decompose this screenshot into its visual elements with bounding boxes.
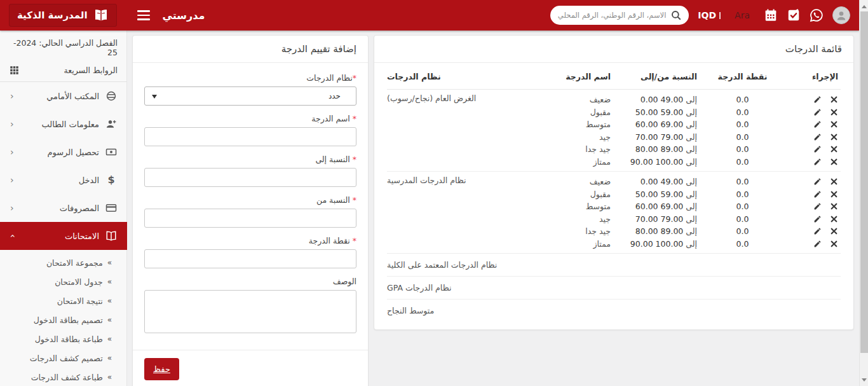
delete-icon[interactable] <box>830 202 838 210</box>
grade-range: إلى 0.00 49.00 <box>611 177 706 187</box>
grade-point: 0.0 <box>706 144 779 155</box>
sidebar-subitem[interactable]: « طباعة كشف الدرجات <box>0 368 127 386</box>
edit-icon[interactable] <box>813 215 822 223</box>
edit-icon[interactable] <box>813 133 822 141</box>
grade-point: 0.0 <box>706 226 779 237</box>
field-label: الوصف <box>144 277 356 286</box>
percent-from-input[interactable] <box>144 209 356 228</box>
sidebar-item[interactable]: المصروفات ‹ <box>0 194 127 222</box>
scroll-up-arrow[interactable] <box>860 1 868 11</box>
sidebar-item[interactable]: المكتب الأمامي ‹ <box>0 82 127 110</box>
sidebar-item-exams[interactable]: الامتحانات ‹ <box>0 222 127 250</box>
grade-point: 0.0 <box>706 177 779 187</box>
delete-icon[interactable] <box>830 133 838 141</box>
edit-icon[interactable] <box>813 190 822 198</box>
grade-name: ضعيف <box>560 95 611 105</box>
sidebar-subitem-label: طباعة كشف الدرجات <box>31 373 103 382</box>
sidebar-item[interactable]: تحصيل الرسوم ‹ <box>0 138 127 166</box>
grades-table: نظام الدرجات اسم الدرجة النسبة من/إلى نق… <box>374 63 853 329</box>
hamburger-menu-icon[interactable] <box>137 10 150 20</box>
delete-icon[interactable] <box>830 95 838 104</box>
delete-icon[interactable] <box>830 145 838 153</box>
delete-icon[interactable] <box>830 227 838 235</box>
chevron-left-icon: ‹ <box>10 203 14 212</box>
delete-icon[interactable] <box>830 190 838 198</box>
school-logo[interactable]: المدرسة الذكية <box>9 4 117 27</box>
grade-point-input[interactable] <box>144 249 356 268</box>
description-textarea[interactable] <box>144 290 356 333</box>
grade-range: إلى 50.00 59.00 <box>611 107 706 118</box>
required-asterisk: * <box>353 114 356 123</box>
header-action: الإجراء <box>779 72 841 81</box>
delete-icon[interactable] <box>830 177 838 186</box>
sidebar-subitem[interactable]: « مجموعة الامتحان <box>0 253 127 272</box>
currency-selector[interactable]: IQD <box>698 10 721 20</box>
student-info-icon <box>105 118 117 130</box>
grades-list-title: قائمة الدرجات <box>374 36 853 63</box>
sidebar-subitem[interactable]: « تصميم بطاقة الدخول <box>0 310 127 329</box>
edit-icon[interactable] <box>813 120 822 128</box>
scrollbar-thumb[interactable] <box>860 11 868 353</box>
double-chevron-icon: « <box>107 258 112 267</box>
header-grading-system: نظام الدرجات <box>387 72 560 81</box>
edit-icon[interactable] <box>813 177 822 186</box>
grade-point: 0.0 <box>706 132 779 142</box>
grade-row: مقبول إلى 50.00 59.00 0.0 <box>560 106 841 119</box>
quick-links-label: الروابط السريعة <box>64 65 118 75</box>
grade-row: ممتاز إلى 90.00 100.00 0.0 <box>560 238 841 251</box>
delete-icon[interactable] <box>830 240 838 248</box>
delete-icon[interactable] <box>830 215 838 223</box>
search-input[interactable] <box>550 6 689 25</box>
percent-to-input[interactable] <box>144 168 356 187</box>
sidebar-header: الفصل الدراسي الحالي: 2024-25 الروابط ال… <box>0 31 127 82</box>
grade-range: إلى 80.00 89.00 <box>611 144 706 155</box>
grade-name-input[interactable] <box>144 127 356 146</box>
calendar-icon[interactable] <box>764 8 778 22</box>
quick-links[interactable]: الروابط السريعة <box>10 65 118 75</box>
edit-icon[interactable] <box>813 240 822 248</box>
row-actions <box>779 190 841 198</box>
sidebar-item[interactable]: معلومات الطالب ‹ <box>0 110 127 138</box>
select-value: حدد <box>329 92 341 100</box>
row-actions <box>779 202 841 210</box>
grades-table-header: نظام الدرجات اسم الدرجة النسبة من/إلى نق… <box>387 63 841 90</box>
expenses-icon <box>105 202 117 214</box>
field-label: *نقطة الدرجة <box>144 236 356 245</box>
sidebar-subitem[interactable]: « جدول الامتحان <box>0 272 127 291</box>
edit-icon[interactable] <box>813 202 822 210</box>
sidebar-item[interactable]: $ الدخل ‹ <box>0 166 127 194</box>
sidebar-item-label: المصروفات <box>60 203 99 213</box>
scroll-down-arrow[interactable] <box>860 375 868 385</box>
language-selector[interactable]: Ara <box>735 10 750 20</box>
grade-name: ضعيف <box>560 177 611 187</box>
sidebar-item-label: المكتب الأمامي <box>46 92 99 101</box>
edit-icon[interactable] <box>813 108 822 116</box>
edit-icon[interactable] <box>813 227 822 235</box>
edit-icon[interactable] <box>813 145 822 153</box>
top-navbar: المدرسة الذكية مدرستي IQD Ara <box>0 0 859 31</box>
sidebar-subitem[interactable]: « نتيجة الامتحان <box>0 291 127 310</box>
sidebar-subitem-label: تصميم بطاقة الدخول <box>34 315 103 325</box>
grading-system-select[interactable]: حدد <box>144 86 356 106</box>
sidebar-subitem-label: نتيجة الامتحان <box>57 296 103 306</box>
delete-icon[interactable] <box>830 120 838 128</box>
save-button[interactable]: حفظ <box>144 358 179 380</box>
grade-name: جيد جدا <box>560 144 611 155</box>
grade-point: 0.0 <box>706 202 779 212</box>
required-asterisk: * <box>353 195 356 205</box>
row-actions <box>779 215 841 223</box>
row-actions <box>779 95 841 104</box>
whatsapp-icon[interactable] <box>810 8 824 22</box>
fee-collection-icon <box>105 146 117 158</box>
exams-icon <box>105 230 117 242</box>
tasks-checkbox-icon[interactable] <box>787 8 801 22</box>
vertical-scrollbar[interactable] <box>859 0 868 386</box>
delete-icon[interactable] <box>830 158 838 166</box>
delete-icon[interactable] <box>830 108 838 116</box>
sidebar-subitem[interactable]: « طباعة بطاقة الدخول <box>0 329 127 348</box>
sidebar-subitem-label: جدول الامتحان <box>55 277 103 287</box>
edit-icon[interactable] <box>813 95 822 104</box>
user-avatar[interactable] <box>832 6 850 24</box>
edit-icon[interactable] <box>813 158 822 166</box>
sidebar-subitem[interactable]: « تصميم كشف الدرجات <box>0 348 127 368</box>
